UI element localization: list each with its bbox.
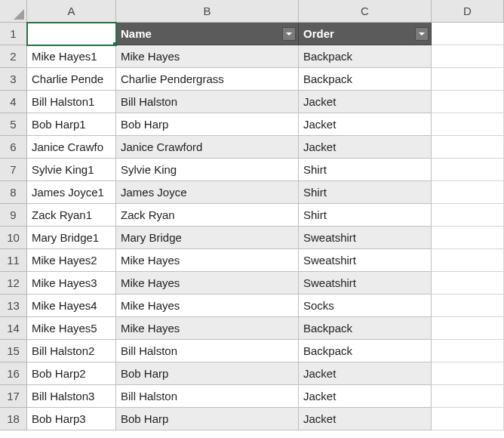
cell-order-9[interactable]: Shirt [299,204,432,227]
cell-d6[interactable] [432,136,504,159]
cell-order-18[interactable]: Jacket [299,408,432,430]
cell-order-10[interactable]: Sweatshirt [299,227,432,249]
cell-order-15[interactable]: Backpack [299,340,432,362]
row-header-9[interactable]: 9 [0,204,27,227]
cell-order-7[interactable]: Shirt [299,159,432,181]
cell-order-3[interactable]: Backpack [299,68,432,91]
column-header-d[interactable]: D [432,0,504,23]
cell-name-17[interactable]: Bill Halston [116,385,299,408]
row-header-2[interactable]: 2 [0,45,27,68]
cell-d3[interactable] [432,68,504,91]
table-header-order-label: Order [303,27,334,40]
cell-a7[interactable]: Sylvie King1 [27,159,116,181]
cell-a6[interactable]: Janice Crawfo [27,136,116,159]
cell-name-15[interactable]: Bill Halston [116,340,299,362]
cell-name-14[interactable]: Mike Hayes [116,317,299,340]
row-header-12[interactable]: 12 [0,272,27,295]
cell-a13[interactable]: Mike Hayes4 [27,295,116,317]
cell-d13[interactable] [432,295,504,317]
cell-name-2[interactable]: Mike Hayes [116,45,299,68]
cell-order-6[interactable]: Jacket [299,136,432,159]
cell-a12[interactable]: Mike Hayes3 [27,272,116,295]
cell-a10[interactable]: Mary Bridge1 [27,227,116,249]
cell-d17[interactable] [432,385,504,408]
row-header-16[interactable]: 16 [0,362,27,385]
row-header-13[interactable]: 13 [0,295,27,317]
cell-order-13[interactable]: Socks [299,295,432,317]
cell-order-16[interactable]: Jacket [299,362,432,385]
cell-a15[interactable]: Bill Halston2 [27,340,116,362]
cell-name-16[interactable]: Bob Harp [116,362,299,385]
row-header-18[interactable]: 18 [0,408,27,430]
select-all-corner[interactable] [0,0,27,23]
cell-order-17[interactable]: Jacket [299,385,432,408]
cell-a5[interactable]: Bob Harp1 [27,113,116,136]
cell-name-12[interactable]: Mike Hayes [116,272,299,295]
cell-d4[interactable] [432,91,504,113]
cell-order-11[interactable]: Sweatshirt [299,249,432,272]
row-header-15[interactable]: 15 [0,340,27,362]
cell-name-8[interactable]: James Joyce [116,181,299,204]
cell-a14[interactable]: Mike Hayes5 [27,317,116,340]
row-header-11[interactable]: 11 [0,249,27,272]
cell-a9[interactable]: Zack Ryan1 [27,204,116,227]
cell-d1[interactable] [432,23,504,45]
cell-name-11[interactable]: Mike Hayes [116,249,299,272]
cell-a2[interactable]: Mike Hayes1 [27,45,116,68]
cell-d14[interactable] [432,317,504,340]
row-header-14[interactable]: 14 [0,317,27,340]
cell-d2[interactable] [432,45,504,68]
table-header-name-label: Name [121,27,152,40]
cell-name-6[interactable]: Janice Crawford [116,136,299,159]
cell-a1[interactable] [27,23,116,45]
cell-name-18[interactable]: Bob Harp [116,408,299,430]
cell-order-5[interactable]: Jacket [299,113,432,136]
row-header-8[interactable]: 8 [0,181,27,204]
row-header-7[interactable]: 7 [0,159,27,181]
cell-d8[interactable] [432,181,504,204]
cell-d16[interactable] [432,362,504,385]
cell-name-3[interactable]: Charlie Pendergrass [116,68,299,91]
row-header-1[interactable]: 1 [0,23,27,45]
cell-a11[interactable]: Mike Hayes2 [27,249,116,272]
row-header-5[interactable]: 5 [0,113,27,136]
cell-order-14[interactable]: Backpack [299,317,432,340]
filter-order-icon[interactable] [415,27,429,41]
row-header-4[interactable]: 4 [0,91,27,113]
row-header-6[interactable]: 6 [0,136,27,159]
cell-d11[interactable] [432,249,504,272]
cell-a18[interactable]: Bob Harp3 [27,408,116,430]
cell-d12[interactable] [432,272,504,295]
row-header-17[interactable]: 17 [0,385,27,408]
cell-name-7[interactable]: Sylvie King [116,159,299,181]
cell-name-5[interactable]: Bob Harp [116,113,299,136]
cell-d15[interactable] [432,340,504,362]
column-header-a[interactable]: A [27,0,116,23]
column-header-c[interactable]: C [299,0,432,23]
cell-a4[interactable]: Bill Halston1 [27,91,116,113]
cell-name-10[interactable]: Mary Bridge [116,227,299,249]
cell-d18[interactable] [432,408,504,430]
cell-d5[interactable] [432,113,504,136]
filter-name-icon[interactable] [282,27,296,41]
cell-name-13[interactable]: Mike Hayes [116,295,299,317]
cell-name-9[interactable]: Zack Ryan [116,204,299,227]
row-header-10[interactable]: 10 [0,227,27,249]
cell-order-8[interactable]: Shirt [299,181,432,204]
cell-a17[interactable]: Bill Halston3 [27,385,116,408]
cell-order-4[interactable]: Jacket [299,91,432,113]
cell-d7[interactable] [432,159,504,181]
cell-a8[interactable]: James Joyce1 [27,181,116,204]
cell-name-4[interactable]: Bill Halston [116,91,299,113]
table-header-order[interactable]: Order [299,23,432,45]
cell-order-2[interactable]: Backpack [299,45,432,68]
cell-a16[interactable]: Bob Harp2 [27,362,116,385]
cell-d10[interactable] [432,227,504,249]
table-header-name[interactable]: Name [116,23,299,45]
cell-order-12[interactable]: Sweatshirt [299,272,432,295]
cell-d9[interactable] [432,204,504,227]
column-header-b[interactable]: B [116,0,299,23]
row-header-3[interactable]: 3 [0,68,27,91]
cell-a3[interactable]: Charlie Pende [27,68,116,91]
